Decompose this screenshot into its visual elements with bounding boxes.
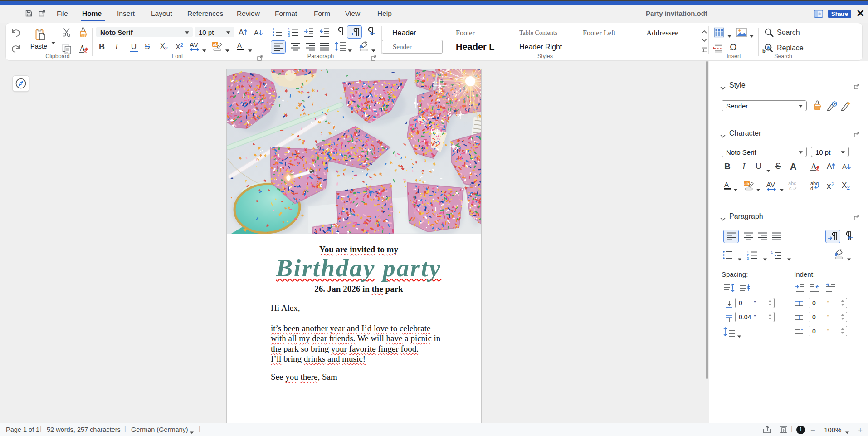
- svg-text:A: A: [827, 162, 832, 171]
- svg-text:AV: AV: [190, 41, 198, 49]
- svg-text:A: A: [724, 181, 729, 188]
- svg-text:1: 1: [771, 250, 773, 255]
- svg-text:d: d: [810, 186, 813, 191]
- svg-text:3: 3: [288, 34, 290, 37]
- svg-text:A: A: [842, 162, 847, 170]
- svg-text:A: A: [254, 29, 258, 36]
- svg-text:A: A: [239, 28, 244, 37]
- svg-text:b: b: [762, 48, 766, 54]
- svg-text:ab: ab: [745, 181, 750, 186]
- svg-text:ab: ab: [213, 42, 218, 47]
- svg-text:AV: AV: [766, 181, 775, 188]
- svg-text:3: 3: [747, 256, 749, 260]
- svg-text:a: a: [767, 44, 770, 50]
- svg-text:c: c: [789, 186, 792, 191]
- svg-text:Ω: Ω: [730, 42, 737, 52]
- svg-text:A: A: [237, 41, 242, 49]
